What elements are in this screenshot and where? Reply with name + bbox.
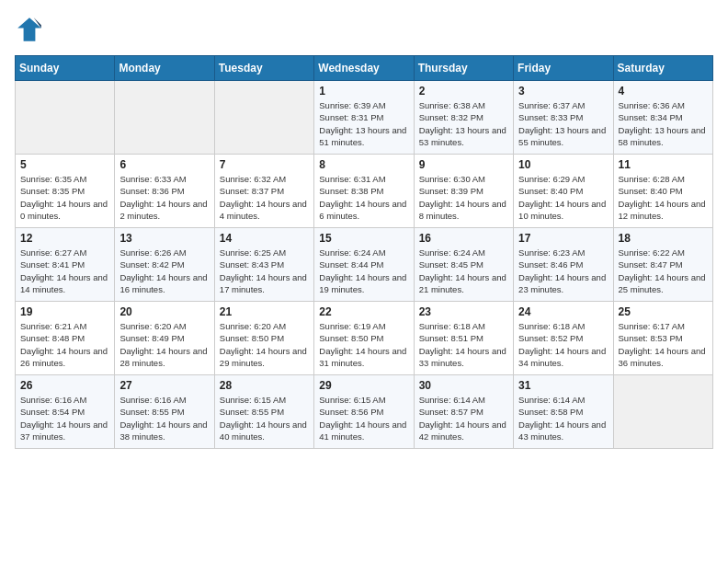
day-info: Sunrise: 6:39 AM Sunset: 8:31 PM Dayligh… xyxy=(319,99,408,148)
day-info: Sunrise: 6:26 AM Sunset: 8:42 PM Dayligh… xyxy=(119,247,209,295)
calendar-cell: 14Sunrise: 6:25 AM Sunset: 8:43 PM Dayli… xyxy=(214,228,313,302)
day-info: Sunrise: 6:22 AM Sunset: 8:47 PM Dayligh… xyxy=(619,247,708,295)
calendar-cell xyxy=(16,81,115,155)
day-number: 10 xyxy=(518,158,608,171)
calendar-cell: 2Sunrise: 6:38 AM Sunset: 8:32 PM Daylig… xyxy=(414,81,513,155)
day-number: 23 xyxy=(419,305,508,318)
calendar-cell: 29Sunrise: 6:15 AM Sunset: 8:56 PM Dayli… xyxy=(314,375,414,449)
day-info: Sunrise: 6:14 AM Sunset: 8:57 PM Dayligh… xyxy=(419,394,508,442)
day-number: 3 xyxy=(518,85,608,98)
calendar-cell: 25Sunrise: 6:17 AM Sunset: 8:53 PM Dayli… xyxy=(613,302,712,375)
day-info: Sunrise: 6:24 AM Sunset: 8:45 PM Dayligh… xyxy=(419,247,508,295)
day-info: Sunrise: 6:16 AM Sunset: 8:55 PM Dayligh… xyxy=(119,394,209,442)
day-info: Sunrise: 6:33 AM Sunset: 8:36 PM Dayligh… xyxy=(119,173,209,222)
calendar-cell xyxy=(214,81,313,155)
calendar-week-row: 12Sunrise: 6:27 AM Sunset: 8:41 PM Dayli… xyxy=(16,228,713,302)
day-info: Sunrise: 6:18 AM Sunset: 8:51 PM Dayligh… xyxy=(419,320,508,369)
calendar-cell: 16Sunrise: 6:24 AM Sunset: 8:45 PM Dayli… xyxy=(414,228,513,302)
calendar-cell xyxy=(115,81,214,155)
day-number: 26 xyxy=(20,379,109,392)
day-info: Sunrise: 6:15 AM Sunset: 8:55 PM Dayligh… xyxy=(220,394,309,442)
calendar-cell: 31Sunrise: 6:14 AM Sunset: 8:58 PM Dayli… xyxy=(514,375,613,449)
day-number: 14 xyxy=(220,232,309,245)
day-number: 25 xyxy=(619,305,708,318)
calendar-cell: 12Sunrise: 6:27 AM Sunset: 8:41 PM Dayli… xyxy=(16,228,115,302)
calendar-cell: 4Sunrise: 6:36 AM Sunset: 8:34 PM Daylig… xyxy=(613,81,712,155)
day-number: 19 xyxy=(20,305,109,318)
day-info: Sunrise: 6:35 AM Sunset: 8:35 PM Dayligh… xyxy=(20,173,109,222)
calendar-cell: 5Sunrise: 6:35 AM Sunset: 8:35 PM Daylig… xyxy=(16,155,115,228)
day-info: Sunrise: 6:38 AM Sunset: 8:32 PM Dayligh… xyxy=(419,99,508,148)
day-number: 29 xyxy=(319,379,408,392)
calendar-cell: 10Sunrise: 6:29 AM Sunset: 8:40 PM Dayli… xyxy=(514,155,613,228)
day-info: Sunrise: 6:31 AM Sunset: 8:38 PM Dayligh… xyxy=(319,173,408,222)
calendar-cell: 26Sunrise: 6:16 AM Sunset: 8:54 PM Dayli… xyxy=(16,375,115,449)
calendar-cell: 24Sunrise: 6:18 AM Sunset: 8:52 PM Dayli… xyxy=(514,302,613,375)
calendar-cell: 8Sunrise: 6:31 AM Sunset: 8:38 PM Daylig… xyxy=(314,155,414,228)
calendar-cell: 7Sunrise: 6:32 AM Sunset: 8:37 PM Daylig… xyxy=(214,155,313,228)
day-info: Sunrise: 6:30 AM Sunset: 8:39 PM Dayligh… xyxy=(419,173,508,222)
day-number: 31 xyxy=(518,379,608,392)
day-info: Sunrise: 6:23 AM Sunset: 8:46 PM Dayligh… xyxy=(518,247,608,295)
day-number: 16 xyxy=(419,232,508,245)
day-number: 13 xyxy=(119,232,209,245)
day-info: Sunrise: 6:20 AM Sunset: 8:49 PM Dayligh… xyxy=(119,320,209,369)
logo-icon xyxy=(15,15,44,44)
day-info: Sunrise: 6:18 AM Sunset: 8:52 PM Dayligh… xyxy=(518,320,608,369)
day-number: 21 xyxy=(220,305,309,318)
calendar-cell: 15Sunrise: 6:24 AM Sunset: 8:44 PM Dayli… xyxy=(314,228,414,302)
day-info: Sunrise: 6:15 AM Sunset: 8:56 PM Dayligh… xyxy=(319,394,408,442)
calendar-cell: 13Sunrise: 6:26 AM Sunset: 8:42 PM Dayli… xyxy=(115,228,214,302)
day-number: 2 xyxy=(419,85,508,98)
day-number: 27 xyxy=(119,379,209,392)
svg-marker-0 xyxy=(17,17,41,41)
day-number: 1 xyxy=(319,85,408,98)
calendar-cell: 18Sunrise: 6:22 AM Sunset: 8:47 PM Dayli… xyxy=(613,228,712,302)
day-number: 22 xyxy=(319,305,408,318)
calendar-cell: 21Sunrise: 6:20 AM Sunset: 8:50 PM Dayli… xyxy=(214,302,313,375)
calendar-cell: 3Sunrise: 6:37 AM Sunset: 8:33 PM Daylig… xyxy=(514,81,613,155)
day-info: Sunrise: 6:29 AM Sunset: 8:40 PM Dayligh… xyxy=(518,173,608,222)
calendar-cell: 19Sunrise: 6:21 AM Sunset: 8:48 PM Dayli… xyxy=(16,302,115,375)
day-number: 4 xyxy=(619,85,708,98)
page-header xyxy=(15,15,713,44)
weekday-header: Tuesday xyxy=(214,56,313,81)
day-number: 17 xyxy=(518,232,608,245)
day-info: Sunrise: 6:25 AM Sunset: 8:43 PM Dayligh… xyxy=(220,247,309,295)
day-number: 5 xyxy=(20,158,109,171)
calendar-cell: 28Sunrise: 6:15 AM Sunset: 8:55 PM Dayli… xyxy=(214,375,313,449)
day-info: Sunrise: 6:16 AM Sunset: 8:54 PM Dayligh… xyxy=(20,394,109,442)
day-info: Sunrise: 6:17 AM Sunset: 8:53 PM Dayligh… xyxy=(619,320,708,369)
calendar-cell xyxy=(613,375,712,449)
day-info: Sunrise: 6:20 AM Sunset: 8:50 PM Dayligh… xyxy=(220,320,309,369)
day-number: 7 xyxy=(220,158,309,171)
calendar-cell: 20Sunrise: 6:20 AM Sunset: 8:49 PM Dayli… xyxy=(115,302,214,375)
weekday-header: Saturday xyxy=(613,56,712,81)
day-number: 12 xyxy=(20,232,109,245)
calendar-cell: 17Sunrise: 6:23 AM Sunset: 8:46 PM Dayli… xyxy=(514,228,613,302)
weekday-header: Sunday xyxy=(16,56,115,81)
day-number: 30 xyxy=(419,379,508,392)
day-info: Sunrise: 6:37 AM Sunset: 8:33 PM Dayligh… xyxy=(518,99,608,148)
day-info: Sunrise: 6:24 AM Sunset: 8:44 PM Dayligh… xyxy=(319,247,408,295)
calendar-cell: 6Sunrise: 6:33 AM Sunset: 8:36 PM Daylig… xyxy=(115,155,214,228)
day-number: 20 xyxy=(119,305,209,318)
calendar-cell: 23Sunrise: 6:18 AM Sunset: 8:51 PM Dayli… xyxy=(414,302,513,375)
day-number: 11 xyxy=(619,158,708,171)
logo xyxy=(15,15,48,44)
calendar-table: SundayMondayTuesdayWednesdayThursdayFrid… xyxy=(15,55,713,449)
day-info: Sunrise: 6:14 AM Sunset: 8:58 PM Dayligh… xyxy=(518,394,608,442)
weekday-header-row: SundayMondayTuesdayWednesdayThursdayFrid… xyxy=(16,56,713,81)
day-number: 15 xyxy=(319,232,408,245)
day-number: 9 xyxy=(419,158,508,171)
day-info: Sunrise: 6:27 AM Sunset: 8:41 PM Dayligh… xyxy=(20,247,109,295)
weekday-header: Monday xyxy=(115,56,214,81)
day-number: 8 xyxy=(319,158,408,171)
weekday-header: Thursday xyxy=(414,56,513,81)
calendar-week-row: 26Sunrise: 6:16 AM Sunset: 8:54 PM Dayli… xyxy=(16,375,713,449)
day-info: Sunrise: 6:32 AM Sunset: 8:37 PM Dayligh… xyxy=(220,173,309,222)
calendar-week-row: 5Sunrise: 6:35 AM Sunset: 8:35 PM Daylig… xyxy=(16,155,713,228)
day-number: 6 xyxy=(119,158,209,171)
calendar-cell: 9Sunrise: 6:30 AM Sunset: 8:39 PM Daylig… xyxy=(414,155,513,228)
calendar-cell: 22Sunrise: 6:19 AM Sunset: 8:50 PM Dayli… xyxy=(314,302,414,375)
